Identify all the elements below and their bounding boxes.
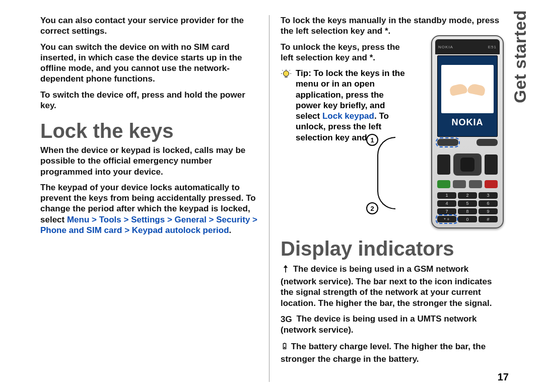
heading-lock-the-keys: Lock the keys — [40, 121, 258, 141]
nav-left-button — [437, 154, 450, 175]
manual-page: Get started 17 You can also contact your… — [0, 0, 544, 392]
phone-body: NOKIA E51 NOKIA — [431, 35, 504, 228]
paragraph: To lock the keys manually in the standby… — [281, 15, 504, 37]
heading-display-indicators: Display indicators — [281, 239, 504, 259]
svg-rect-8 — [284, 343, 286, 343]
paragraph: You can also contact your service provid… — [40, 15, 258, 37]
paragraph-menu-path: The keypad of your device locks automati… — [40, 182, 258, 236]
key-5: 5 — [458, 200, 477, 207]
phone-illustration: 1 2 NOKIA E51 NOKIA — [395, 35, 504, 228]
nav-cluster — [437, 151, 498, 178]
text: The device is being used in a GSM networ… — [281, 264, 492, 308]
nokia-logo: NOKIA — [452, 117, 484, 128]
left-column: You can also contact your service provid… — [40, 15, 267, 382]
indicator-paragraph: The device is being used in a GSM networ… — [281, 263, 504, 308]
menu-key — [453, 180, 466, 188]
key-7: 7 — [437, 208, 456, 215]
paragraph: To switch the device off, press and hold… — [40, 90, 258, 111]
call-key-row — [437, 180, 498, 190]
key-6: 6 — [479, 200, 498, 207]
phone-model-label: E51 — [488, 45, 497, 49]
svg-rect-9 — [284, 347, 286, 348]
hands-icon — [450, 76, 485, 102]
left-softkey — [437, 139, 458, 146]
key-2: 2 — [458, 192, 477, 199]
two-column-layout: You can also contact your service provid… — [40, 15, 534, 382]
callout-number: 2 — [366, 202, 378, 214]
nav-right-button — [485, 154, 498, 175]
key-8: 8 — [458, 208, 477, 215]
svg-rect-1 — [285, 76, 288, 78]
callout-arc — [377, 137, 395, 209]
text: The battery charge level. The higher the… — [281, 342, 486, 364]
phone-earpiece-bar: NOKIA E51 — [435, 39, 500, 54]
section-tab-get-started: Get started — [510, 10, 530, 103]
signal-icon — [281, 264, 291, 276]
clear-key — [469, 180, 482, 188]
key-1: 1 — [437, 192, 456, 199]
menu-path: Menu > Tools > Settings > General > Secu… — [40, 215, 257, 235]
right-column: To lock the keys manually in the standby… — [271, 15, 504, 382]
svg-line-6 — [289, 70, 290, 70]
key-3: 3 — [479, 192, 498, 199]
key-4: 4 — [437, 200, 456, 207]
indicator-paragraph: 3G The device is being used in a UMTS ne… — [281, 313, 504, 335]
text: The device is being used in a UMTS netwo… — [281, 314, 477, 335]
softkey-row — [437, 139, 498, 149]
svg-point-0 — [284, 71, 289, 76]
callout-1: 1 — [366, 134, 378, 146]
battery-icon — [281, 341, 289, 354]
key-9: 9 — [479, 208, 498, 215]
key-0: 0 — [458, 216, 477, 222]
key-hash: # — [479, 216, 498, 222]
phone-screen: NOKIA — [437, 55, 498, 137]
callout-2: 2 — [366, 202, 378, 214]
end-key — [485, 180, 498, 188]
column-divider — [269, 15, 269, 382]
numeric-keypad: 1 2 3 4 5 6 7 8 9 * + 0 # — [437, 192, 498, 222]
tip-label: Tip: — [296, 68, 314, 78]
phone-brand-label: NOKIA — [438, 45, 453, 49]
callout-number: 1 — [366, 134, 378, 146]
lightbulb-icon — [281, 69, 292, 82]
paragraph: You can switch the device on with no SIM… — [40, 42, 258, 85]
callouts: 1 2 — [366, 35, 394, 228]
three-g-icon: 3G — [281, 314, 292, 325]
screen-photo — [441, 65, 494, 113]
text: . — [229, 225, 232, 235]
paragraph: When the device or keypad is locked, cal… — [40, 145, 258, 177]
right-softkey — [477, 139, 498, 146]
dpad — [453, 153, 482, 176]
call-key — [437, 180, 450, 188]
key-star: * + — [437, 216, 456, 222]
svg-line-5 — [282, 70, 283, 70]
indicator-paragraph: The battery charge level. The higher the… — [281, 340, 504, 365]
